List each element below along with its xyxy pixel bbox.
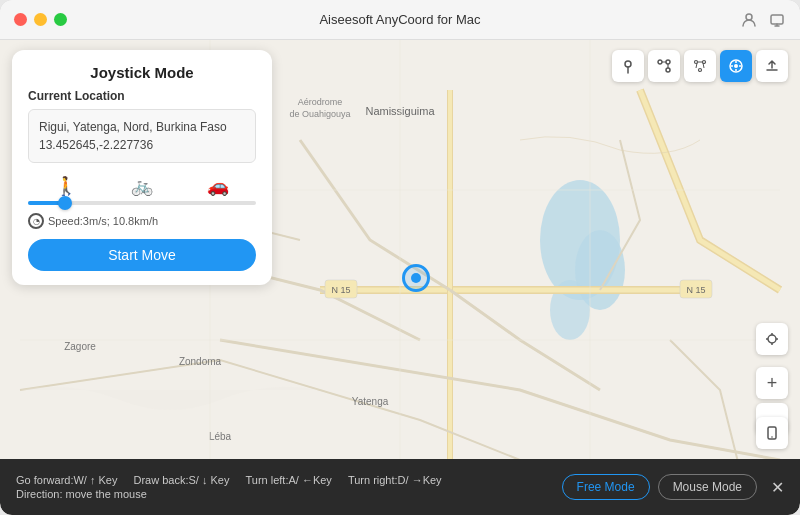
mode-buttons: Free Mode Mouse Mode ✕ — [562, 474, 784, 500]
device-button[interactable] — [756, 417, 788, 449]
free-mode-button[interactable]: Free Mode — [562, 474, 650, 500]
svg-point-31 — [734, 64, 738, 68]
marker-outer-ring — [402, 264, 430, 292]
start-move-button[interactable]: Start Move — [28, 239, 256, 271]
svg-text:Aérodrome: Aérodrome — [298, 97, 343, 107]
svg-text:Léba: Léba — [209, 431, 232, 442]
panel-subtitle: Current Location — [28, 89, 256, 103]
panel-title: Joystick Mode — [28, 64, 256, 81]
slider-track[interactable] — [28, 201, 256, 205]
hint-right: Turn right:D/ →Key — [348, 474, 442, 486]
joystick-panel: Joystick Mode Current Location Rigui, Ya… — [12, 50, 272, 285]
transport-modes: 🚶 🚲 🚗 — [28, 175, 256, 197]
bike-mode-icon[interactable]: 🚲 — [131, 175, 153, 197]
speed-slider-container — [28, 201, 256, 205]
marker-inner-dot — [411, 273, 421, 283]
keyboard-hints: Go forward:W/ ↑ Key Draw back:S/ ↓ Key T… — [16, 474, 542, 500]
slider-thumb[interactable] — [58, 196, 72, 210]
user-icon[interactable] — [740, 11, 758, 29]
app-window: Aiseesoft AnyCoord for Mac — [0, 0, 800, 515]
app-title: Aiseesoft AnyCoord for Mac — [319, 12, 480, 27]
hint-back: Draw back:S/ ↓ Key — [133, 474, 229, 486]
location-marker — [402, 264, 430, 292]
svg-point-25 — [666, 68, 670, 72]
bottom-bar: Go forward:W/ ↑ Key Draw back:S/ ↓ Key T… — [0, 459, 800, 515]
my-location-button[interactable] — [756, 323, 788, 355]
walk-mode-icon[interactable]: 🚶 — [55, 175, 77, 197]
pin-mode-button[interactable] — [612, 50, 644, 82]
minimize-button[interactable] — [34, 13, 47, 26]
svg-point-24 — [658, 60, 662, 64]
svg-text:Yatenga: Yatenga — [352, 396, 389, 407]
speed-label: ◔ Speed:3m/s; 10.8km/h — [28, 213, 256, 229]
car-mode-icon[interactable]: 🚗 — [207, 175, 229, 197]
speedometer-icon: ◔ — [28, 213, 44, 229]
map-toolbar — [612, 50, 788, 82]
svg-text:Zagore: Zagore — [64, 341, 96, 352]
window-controls — [14, 13, 67, 26]
close-hint-button[interactable]: ✕ — [771, 478, 784, 497]
svg-text:Zondoma: Zondoma — [179, 356, 222, 367]
maximize-button[interactable] — [54, 13, 67, 26]
mouse-mode-button[interactable]: Mouse Mode — [658, 474, 757, 500]
svg-text:Namissiguima: Namissiguima — [365, 105, 435, 117]
titlebar: Aiseesoft AnyCoord for Mac — [0, 0, 800, 40]
svg-point-36 — [768, 335, 776, 343]
svg-point-0 — [746, 14, 752, 20]
screen-icon[interactable] — [768, 11, 786, 29]
svg-point-42 — [771, 436, 773, 438]
svg-rect-1 — [771, 15, 783, 24]
titlebar-actions — [740, 11, 786, 29]
svg-text:N 15: N 15 — [331, 285, 350, 295]
hint-row-1: Go forward:W/ ↑ Key Draw back:S/ ↓ Key T… — [16, 474, 542, 486]
zoom-in-button[interactable]: + — [756, 367, 788, 399]
close-button[interactable] — [14, 13, 27, 26]
location-address: Rigui, Yatenga, Nord, Burkina Faso — [39, 118, 245, 136]
hint-row-2: Direction: move the mouse — [16, 488, 542, 500]
multi-route-button[interactable] — [684, 50, 716, 82]
location-info-box: Rigui, Yatenga, Nord, Burkina Faso 13.45… — [28, 109, 256, 163]
location-coords: 13.452645,-2.227736 — [39, 136, 245, 154]
svg-point-29 — [699, 69, 702, 72]
export-button[interactable] — [756, 50, 788, 82]
main-content: N 15 N 15 Namissiguima Aérodrome de Ouah… — [0, 40, 800, 515]
joystick-button[interactable] — [720, 50, 752, 82]
hint-direction: Direction: move the mouse — [16, 488, 147, 500]
route-mode-button[interactable] — [648, 50, 680, 82]
hint-left: Turn left:A/ ←Key — [245, 474, 331, 486]
svg-text:de Ouahigouya: de Ouahigouya — [289, 109, 350, 119]
svg-point-26 — [666, 60, 670, 64]
hint-forward: Go forward:W/ ↑ Key — [16, 474, 117, 486]
svg-text:N 15: N 15 — [686, 285, 705, 295]
svg-point-23 — [625, 61, 631, 67]
